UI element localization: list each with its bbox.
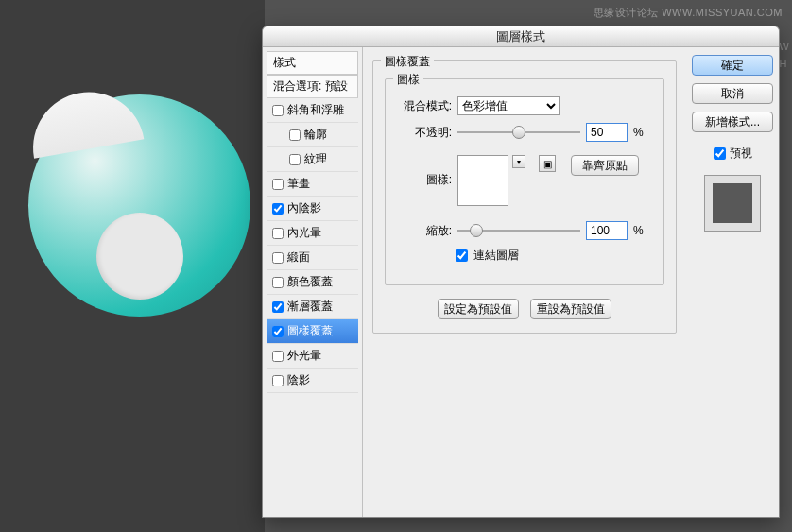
opacity-label: 不透明: (397, 125, 452, 141)
style-drop-shadow-check[interactable] (272, 375, 284, 386)
style-inner-glow[interactable]: 內光暈 (267, 221, 358, 246)
style-stroke-label: 筆畫 (287, 176, 310, 192)
pattern-inner-group: 圖樣 混合模式: 色彩增值 不透明: (385, 78, 664, 285)
inner-group-label: 圖樣 (393, 72, 423, 88)
style-stroke[interactable]: 筆畫 (267, 172, 358, 197)
ok-button[interactable]: 確定 (692, 55, 773, 76)
style-stroke-check[interactable] (272, 179, 284, 190)
blend-options-row[interactable]: 混合選項: 預設 (267, 75, 358, 98)
styles-list: 樣式 混合選項: 預設 斜角和浮雕 輪廓 紋理 筆畫 (263, 47, 363, 517)
style-gradient-overlay-label: 漸層覆蓋 (287, 299, 333, 315)
pattern-picker-arrow-icon[interactable]: ▾ (512, 155, 525, 168)
label-w: W (780, 38, 789, 55)
scale-slider[interactable] (457, 223, 580, 238)
blend-mode-label: 混合模式: (397, 98, 452, 114)
snap-origin-button[interactable]: 靠齊原點 (571, 155, 639, 176)
preview-label: 預視 (730, 146, 752, 162)
opacity-input[interactable] (586, 123, 628, 142)
content-area: 圖樣覆蓋 圖樣 混合模式: 色彩增值 不透明: (363, 47, 686, 517)
percent-sign-2: % (633, 224, 644, 237)
artwork-circle (28, 94, 250, 317)
style-bevel-emboss[interactable]: 斜角和浮雕 (267, 98, 358, 123)
pattern-swatch[interactable] (457, 155, 508, 206)
style-color-overlay[interactable]: 顏色覆蓋 (267, 270, 358, 295)
style-inner-shadow-label: 內陰影 (287, 200, 321, 216)
opacity-row: 不透明: % (397, 123, 652, 142)
dialog-title: 圖層樣式 (263, 26, 779, 47)
panel-labels: W H (780, 38, 789, 72)
style-pattern-overlay-label: 圖樣覆蓋 (287, 323, 333, 339)
right-column: 確定 取消 新增樣式... 預視 (686, 47, 779, 517)
style-inner-glow-label: 內光暈 (287, 225, 321, 241)
label-h: H (780, 55, 789, 72)
opacity-slider[interactable] (457, 125, 580, 140)
preview-check[interactable] (714, 147, 726, 160)
new-style-button[interactable]: 新增樣式... (692, 112, 773, 132)
pattern-overlay-group: 圖樣覆蓋 圖樣 混合模式: 色彩增值 不透明: (372, 60, 677, 334)
style-color-overlay-label: 顏色覆蓋 (287, 274, 333, 290)
style-satin-check[interactable] (272, 252, 284, 264)
link-layer-row: 連結圖層 (456, 248, 652, 264)
app-background: 思缘设计论坛 WWW.MISSYUAN.COM W H 圖層樣式 樣式 混合選項… (0, 0, 792, 532)
link-layer-check[interactable] (456, 249, 468, 262)
preview-swatch (704, 175, 761, 232)
style-drop-shadow-label: 陰影 (287, 372, 310, 388)
style-outer-glow[interactable]: 外光暈 (267, 344, 358, 369)
pattern-label: 圖樣: (397, 172, 452, 188)
style-drop-shadow[interactable]: 陰影 (267, 369, 358, 393)
style-contour-label: 輪廓 (304, 127, 327, 143)
style-pattern-overlay-check[interactable] (272, 326, 284, 337)
style-texture-label: 紋理 (304, 151, 327, 167)
group-label: 圖樣覆蓋 (381, 54, 434, 70)
style-outer-glow-check[interactable] (272, 351, 284, 362)
new-preset-icon[interactable]: ▣ (539, 155, 556, 172)
blend-mode-select[interactable]: 色彩增值 (457, 96, 560, 115)
style-pattern-overlay[interactable]: 圖樣覆蓋 (267, 319, 358, 344)
style-contour[interactable]: 輪廓 (267, 123, 358, 147)
style-color-overlay-check[interactable] (272, 277, 284, 288)
style-bevel-emboss-label: 斜角和浮雕 (287, 102, 344, 118)
blend-mode-row: 混合模式: 色彩增值 (397, 96, 652, 115)
percent-sign: % (633, 126, 644, 139)
preview-row: 預視 (714, 146, 752, 162)
style-gradient-overlay-check[interactable] (272, 301, 284, 313)
style-bevel-emboss-check[interactable] (272, 105, 284, 116)
scale-row: 縮放: % (397, 221, 652, 240)
scale-label: 縮放: (397, 223, 452, 239)
style-inner-shadow[interactable]: 內陰影 (267, 197, 358, 221)
pattern-row: 圖樣: ▾ ▣ 靠齊原點 (397, 155, 652, 206)
style-inner-glow-check[interactable] (272, 228, 284, 239)
cancel-button[interactable]: 取消 (692, 83, 773, 104)
style-texture-check[interactable] (289, 154, 301, 165)
style-contour-check[interactable] (289, 129, 301, 141)
style-satin[interactable]: 緞面 (267, 246, 358, 270)
style-inner-shadow-check[interactable] (272, 203, 284, 215)
style-outer-glow-label: 外光暈 (287, 348, 321, 364)
layer-style-dialog: 圖層樣式 樣式 混合選項: 預設 斜角和浮雕 輪廓 紋理 (262, 26, 780, 518)
reset-default-button[interactable]: 重設為預設值 (530, 299, 611, 319)
styles-header[interactable]: 樣式 (267, 51, 358, 75)
style-texture[interactable]: 紋理 (267, 147, 358, 172)
canvas-area (0, 0, 265, 532)
make-default-button[interactable]: 設定為預設值 (438, 299, 519, 319)
default-buttons-row: 設定為預設值 重設為預設值 (385, 299, 664, 319)
style-satin-label: 緞面 (287, 249, 310, 266)
style-gradient-overlay[interactable]: 漸層覆蓋 (267, 295, 358, 319)
scale-input[interactable] (586, 221, 628, 240)
link-layer-label: 連結圖層 (473, 248, 519, 264)
watermark: 思缘设计论坛 WWW.MISSYUAN.COM (594, 6, 783, 20)
